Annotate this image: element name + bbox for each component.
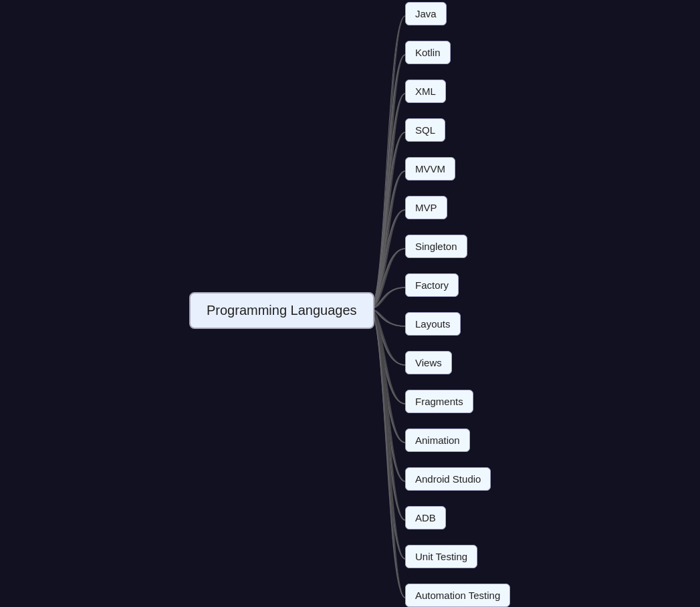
node-factory: Factory (405, 273, 459, 297)
node-singleton: Singleton (405, 235, 467, 258)
node-layouts: Layouts (405, 312, 461, 336)
node-java: Java (405, 2, 447, 25)
node-unit-testing: Unit Testing (405, 545, 477, 568)
center-node: Programming Languages (189, 292, 374, 329)
node-fragments: Fragments (405, 390, 473, 413)
node-android-studio: Android Studio (405, 467, 491, 491)
node-animation: Animation (405, 429, 470, 452)
node-automation-testing: Automation Testing (405, 584, 510, 607)
node-views: Views (405, 351, 452, 374)
node-kotlin: Kotlin (405, 41, 451, 64)
node-mvp: MVP (405, 196, 447, 219)
node-mvvm: MVVM (405, 157, 455, 180)
node-xml: XML (405, 80, 446, 103)
node-adb: ADB (405, 506, 446, 529)
node-sql: SQL (405, 118, 445, 142)
